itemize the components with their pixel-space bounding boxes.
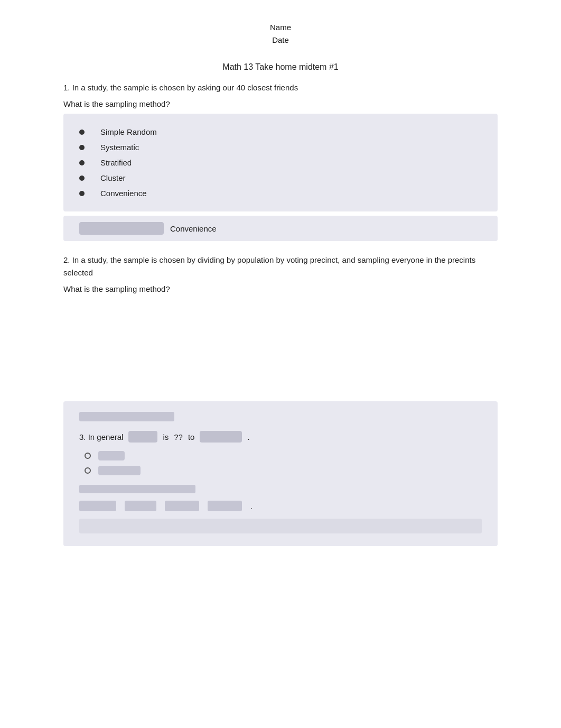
header-section: Name Date (63, 21, 498, 47)
list-item[interactable]: Simple Random (79, 124, 482, 140)
list-item[interactable]: Convenience (79, 186, 482, 201)
option-convenience: Convenience (100, 189, 147, 198)
formula-period: . (250, 502, 253, 511)
question-3-section: 3. In general is ?? to . (63, 401, 498, 546)
q3-intro-text: 3. In general (79, 432, 123, 441)
list-item[interactable]: Stratified (79, 155, 482, 170)
q3-bottom-section: . (79, 485, 482, 511)
spacer (63, 306, 498, 391)
q3-option-2[interactable] (85, 466, 482, 475)
q3-bottom-title-blur (79, 485, 195, 493)
q3-options-list (79, 451, 482, 475)
radio-icon (85, 453, 91, 459)
q3-period: . (247, 432, 249, 441)
option-cluster: Cluster (100, 173, 126, 182)
doc-title: Math 13 Take home midtem #1 (63, 62, 498, 72)
q3-blurred-word1 (128, 431, 157, 443)
bullet-icon (79, 176, 85, 181)
option-simple-random: Simple Random (100, 127, 157, 136)
question-1-sampling-label: What is the sampling method? (63, 99, 498, 108)
page: Name Date Math 13 Take home midtem #1 1.… (0, 0, 561, 728)
q3-option-2-blur (98, 466, 141, 475)
formula-blur-1 (79, 501, 116, 511)
bullet-icon (79, 145, 85, 150)
q3-is-text: is (163, 432, 169, 441)
option-stratified: Stratified (100, 158, 132, 167)
q3-bottom-formula-row: . (79, 501, 482, 511)
q3-bottom-answer-blur (79, 519, 482, 533)
question-1-text: 1. In a study, the sample is chosen by a… (63, 81, 498, 94)
question-1-block: 1. In a study, the sample is chosen by a… (63, 81, 498, 241)
question-2-text: 2. In a study, the sample is chosen by d… (63, 254, 498, 279)
formula-blur-2 (125, 501, 156, 511)
q3-question-marks: ?? (174, 432, 183, 441)
question-3-line: 3. In general is ?? to . (79, 431, 482, 443)
radio-icon (85, 467, 91, 474)
q3-to-text: to (188, 432, 195, 441)
bullet-icon (79, 191, 85, 196)
q3-blurred-word2 (200, 431, 242, 443)
bullet-icon (79, 160, 85, 165)
bullet-icon (79, 130, 85, 135)
list-item[interactable]: Cluster (79, 170, 482, 186)
list-item[interactable]: Systematic (79, 140, 482, 155)
answer-blurred-text (79, 222, 164, 235)
q3-option-1-blur (98, 451, 125, 460)
formula-blur-3 (165, 501, 199, 511)
name-line: Name (63, 21, 498, 34)
question-1-answer-label: Convenience (170, 224, 217, 233)
question-2-block: 2. In a study, the sample is chosen by d… (63, 254, 498, 293)
option-systematic: Systematic (100, 143, 139, 152)
date-line: Date (63, 34, 498, 47)
question-1-options-section: Simple Random Systematic Stratified Clus… (63, 114, 498, 211)
question-1-answer-footer: Convenience (63, 216, 498, 241)
q3-option-1[interactable] (85, 451, 482, 460)
q3-title-blur (79, 412, 174, 421)
question-1-options-list: Simple Random Systematic Stratified Clus… (79, 124, 482, 201)
question-2-sampling-label: What is the sampling method? (63, 284, 498, 293)
formula-blur-4 (208, 501, 242, 511)
